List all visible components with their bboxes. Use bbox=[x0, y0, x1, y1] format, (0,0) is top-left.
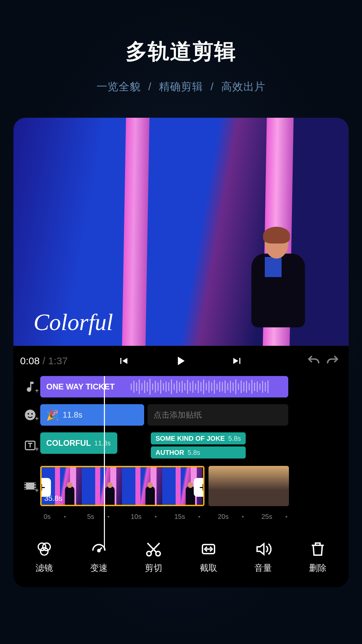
svg-rect-6 bbox=[24, 485, 26, 487]
speed-tool[interactable]: 变速 bbox=[74, 540, 124, 574]
subtitle-part: 精确剪辑 bbox=[159, 80, 203, 93]
text-clip[interactable]: COLORFUL 11.8s bbox=[40, 432, 117, 454]
time-ruler: 0s 5s 10s 15s 20s 25s bbox=[44, 513, 342, 521]
ruler-tick: 5s bbox=[87, 513, 94, 521]
text-clip-duration: 5.8s bbox=[228, 435, 241, 442]
svg-rect-5 bbox=[24, 483, 26, 484]
text-clip-label: COLORFUL bbox=[46, 438, 91, 448]
add-text-button[interactable]: + bbox=[20, 439, 40, 452]
svg-point-15 bbox=[147, 551, 152, 556]
svg-rect-7 bbox=[24, 488, 26, 489]
tool-label: 滤镜 bbox=[36, 562, 53, 574]
video-clip[interactable] bbox=[208, 466, 289, 506]
plus-icon: + bbox=[35, 387, 39, 395]
text-clip[interactable]: AUTHOR 5.8s bbox=[151, 446, 246, 459]
ruler-tick: 10s bbox=[131, 513, 141, 521]
ruler-tick: 15s bbox=[174, 513, 185, 521]
text-clip-duration: 5.8s bbox=[188, 449, 200, 457]
playback-controls: 0:08 / 1:37 bbox=[13, 346, 349, 376]
music-clip[interactable]: ONE WAY TICKET bbox=[40, 376, 288, 397]
plus-icon: + bbox=[35, 487, 39, 494]
delete-tool[interactable]: 删除 bbox=[293, 540, 343, 574]
preview-overlay-text: Colorful bbox=[34, 309, 113, 336]
text-track: + COLORFUL 11.8s SOME KIND OF JOKE 5.8s … bbox=[20, 432, 342, 459]
text-clip[interactable]: SOME KIND OF JOKE 5.8s bbox=[151, 432, 246, 444]
redo-button[interactable] bbox=[325, 354, 340, 368]
text-clip-label: SOME KIND OF JOKE bbox=[156, 435, 225, 442]
tool-label: 变速 bbox=[90, 562, 108, 574]
waveform-icon bbox=[131, 376, 288, 397]
page-subtitle: 一览全貌 / 精确剪辑 / 高效出片 bbox=[95, 79, 267, 94]
page-title: 多轨道剪辑 bbox=[126, 37, 236, 66]
tool-label: 删除 bbox=[309, 562, 326, 574]
svg-point-12 bbox=[43, 543, 50, 551]
scene-person bbox=[245, 228, 305, 346]
add-clip-after-button[interactable]: + bbox=[194, 478, 204, 497]
subtitle-part: 一览全貌 bbox=[97, 80, 141, 93]
add-sticker-button[interactable]: + bbox=[20, 409, 40, 421]
svg-point-0 bbox=[25, 410, 36, 420]
ruler-tick: 25s bbox=[261, 513, 272, 521]
playhead[interactable] bbox=[104, 376, 105, 550]
party-emoji-icon: 🎉 bbox=[46, 409, 59, 421]
text-clip-duration: 11.8s bbox=[94, 439, 111, 447]
crop-tool[interactable]: 截取 bbox=[183, 540, 234, 574]
cut-tool[interactable]: 剪切 bbox=[128, 540, 179, 574]
add-video-button[interactable]: + bbox=[20, 479, 40, 493]
undo-button[interactable] bbox=[306, 354, 321, 368]
filter-tool[interactable]: 滤镜 bbox=[19, 540, 69, 574]
ruler-tick: 0s bbox=[44, 513, 51, 521]
tool-label: 剪切 bbox=[145, 562, 162, 574]
subtitle-sep: / bbox=[148, 80, 152, 93]
timeline[interactable]: + ONE WAY TICKET + bbox=[13, 376, 349, 531]
add-sticker-placeholder[interactable]: 点击添加贴纸 bbox=[147, 404, 288, 426]
next-button[interactable] bbox=[231, 355, 243, 367]
sticker-placeholder-text: 点击添加贴纸 bbox=[154, 410, 202, 420]
sticker-clip[interactable]: 🎉 11.8s bbox=[40, 404, 144, 426]
time-current: 0:08 bbox=[20, 355, 40, 366]
prev-button[interactable] bbox=[117, 355, 129, 367]
add-clip-before-button[interactable]: + bbox=[40, 478, 51, 497]
video-clip-selected[interactable]: + 35.8s + bbox=[40, 466, 204, 506]
svg-point-14 bbox=[98, 549, 100, 552]
sticker-duration: 11.8s bbox=[63, 410, 82, 420]
plus-icon: + bbox=[35, 415, 39, 423]
ruler-tick: 20s bbox=[218, 513, 229, 521]
sticker-track: + 🎉 11.8s 点击添加贴纸 bbox=[20, 404, 342, 426]
svg-point-2 bbox=[31, 413, 33, 415]
time-sep: / bbox=[43, 355, 45, 366]
subtitle-sep: / bbox=[210, 80, 214, 93]
editor-frame: Colorful 0:08 / 1:37 bbox=[13, 118, 349, 587]
subtitle-part: 高效出片 bbox=[221, 80, 265, 93]
video-preview[interactable]: Colorful bbox=[13, 118, 349, 346]
toolbar: 滤镜 变速 剪切 截取 音量 删除 bbox=[13, 531, 349, 587]
volume-tool[interactable]: 音量 bbox=[238, 540, 288, 574]
play-button[interactable] bbox=[173, 354, 188, 368]
plus-icon: + bbox=[35, 445, 39, 453]
svg-point-1 bbox=[27, 413, 29, 415]
svg-point-13 bbox=[40, 548, 48, 555]
video-track: + + 35.8s + bbox=[20, 466, 342, 506]
music-track: + ONE WAY TICKET bbox=[20, 376, 342, 397]
text-clip-label: AUTHOR bbox=[156, 449, 184, 457]
svg-rect-8 bbox=[34, 483, 36, 484]
tool-label: 音量 bbox=[254, 562, 272, 574]
svg-point-16 bbox=[156, 551, 161, 556]
tool-label: 截取 bbox=[200, 562, 217, 574]
add-music-button[interactable]: + bbox=[20, 380, 40, 393]
scene-pillar bbox=[122, 118, 149, 346]
